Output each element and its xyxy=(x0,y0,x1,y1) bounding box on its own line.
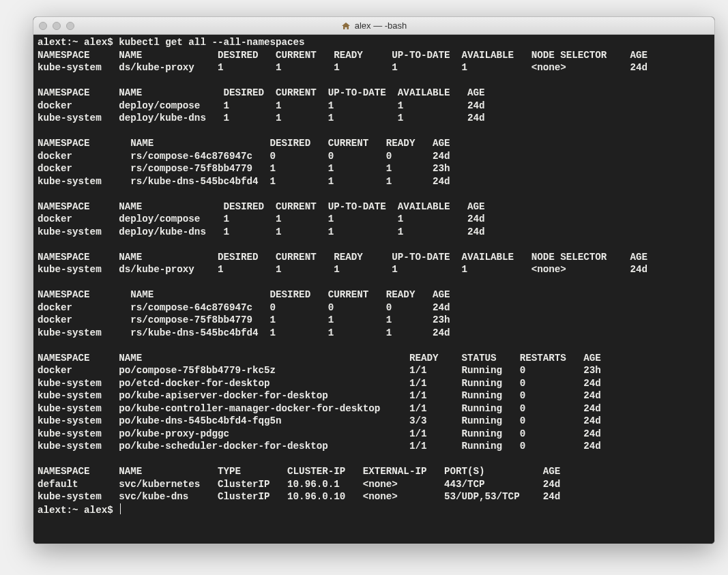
window-title-text: alex — -bash xyxy=(355,20,407,31)
cursor xyxy=(120,503,121,514)
terminal-window: alex — -bash alext:~ alex$ kubectl get a… xyxy=(33,16,715,544)
terminal-output[interactable]: alext:~ alex$ kubectl get all --all-name… xyxy=(33,35,714,544)
titlebar[interactable]: alex — -bash xyxy=(33,17,714,35)
home-icon xyxy=(341,22,351,30)
window-title: alex — -bash xyxy=(33,20,714,31)
